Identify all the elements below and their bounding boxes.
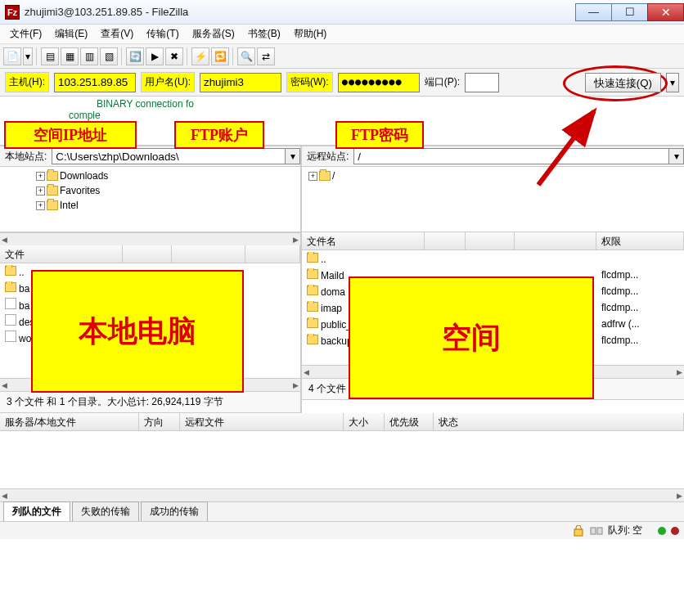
port-label: 端口(P):	[425, 75, 460, 89]
lock-icon	[572, 525, 585, 537]
host-input[interactable]	[54, 73, 136, 92]
toolbar-separator	[232, 47, 234, 65]
folder-icon	[47, 171, 58, 181]
host-label: 主机(H):	[5, 72, 49, 92]
refresh-icon[interactable]: 🔄	[126, 47, 144, 65]
folder-icon	[47, 186, 58, 196]
port-input[interactable]	[465, 73, 499, 92]
title-bar: Fz zhujimi3@103.251.89.85 - FileZilla — …	[0, 0, 684, 25]
folder-icon	[319, 171, 331, 181]
maximize-button[interactable]: ☐	[611, 3, 648, 21]
minimize-button[interactable]: —	[575, 3, 612, 21]
svg-rect-2	[574, 529, 583, 536]
queue-header: 服务器/本地文件 方向 远程文件 大小 优先级 状态	[0, 413, 684, 431]
menu-help[interactable]: 帮助(H)	[287, 25, 334, 43]
file-icon	[5, 314, 16, 326]
toolbar-separator	[36, 47, 38, 65]
site-dropdown-icon[interactable]: ▾	[23, 47, 33, 65]
window-title: zhujimi3@103.251.89.85 - FileZilla	[25, 6, 188, 18]
status-dot	[658, 527, 666, 535]
site-manager-icon[interactable]: 📄	[3, 47, 21, 65]
menu-edit[interactable]: 编辑(E)	[48, 25, 94, 43]
toggle-tree-icon[interactable]: ▦	[61, 47, 79, 65]
status-bar: 队列: 空	[0, 521, 684, 539]
annotation-local: 本地电脑	[31, 270, 244, 393]
remote-site-input[interactable]	[353, 148, 669, 164]
toolbar-separator	[121, 47, 123, 65]
password-input[interactable]: ●●●●●●●●●	[338, 73, 420, 92]
menu-server[interactable]: 服务器(S)	[186, 25, 241, 43]
annotation-ftp-user: FTP账户	[174, 121, 264, 149]
local-site-input[interactable]	[52, 148, 286, 164]
local-summary: 3 个文件 和 1 个目录。大小总计: 26,924,119 字节	[0, 391, 300, 413]
remote-tree[interactable]: +/	[302, 167, 684, 232]
menu-file[interactable]: 文件(F)	[3, 25, 48, 43]
compare-icon[interactable]: ⇄	[257, 47, 275, 65]
annotation-remote: 空间	[349, 277, 594, 399]
toggle-log-icon[interactable]: ▤	[41, 47, 59, 65]
archive-icon	[5, 298, 16, 309]
cancel-icon[interactable]: ✖	[165, 47, 183, 65]
quickconnect-dropdown[interactable]: ▾	[666, 73, 679, 92]
folder-icon	[47, 200, 58, 210]
toolbar: 📄 ▾ ▤ ▦ ▥ ▧ 🔄 ▶ ✖ ⚡ 🔁 🔍 ⇄	[0, 44, 684, 69]
menu-transfer[interactable]: 传输(T)	[140, 25, 185, 43]
filezilla-icon: Fz	[5, 5, 20, 20]
tab-queued[interactable]: 列队的文件	[3, 501, 70, 521]
local-tree[interactable]: +Downloads +Favorites +Intel	[0, 167, 300, 232]
annotation-ip: 空间IP地址	[4, 121, 137, 149]
local-site-dropdown[interactable]: ▾	[286, 148, 300, 164]
menu-bar: 文件(F) 编辑(E) 查看(V) 传输(T) 服务器(S) 书签(B) 帮助(…	[0, 25, 684, 44]
disconnect-icon[interactable]: ⚡	[191, 47, 209, 65]
filter-icon[interactable]: 🔍	[237, 47, 255, 65]
username-input[interactable]	[200, 73, 281, 92]
close-button[interactable]: ✕	[647, 3, 684, 21]
reconnect-icon[interactable]: 🔁	[211, 47, 229, 65]
archive-icon	[5, 330, 16, 342]
queue-status: 队列: 空	[608, 524, 643, 537]
bottom-tabs: 列队的文件 失败的传输 成功的传输	[0, 501, 684, 521]
toolbar-separator	[187, 47, 188, 65]
status-dot	[671, 527, 679, 535]
svg-rect-4	[597, 528, 602, 534]
tab-failed[interactable]: 失败的传输	[72, 501, 139, 521]
tab-success[interactable]: 成功的传输	[141, 501, 208, 521]
remote-site-label: 远程站点:	[302, 150, 353, 164]
local-list-header: 文件	[0, 245, 300, 263]
quickconnect-button[interactable]: 快速连接(Q)	[585, 73, 661, 92]
remote-site-dropdown[interactable]: ▾	[669, 148, 684, 164]
menu-view[interactable]: 查看(V)	[94, 25, 140, 43]
local-tree-scrollbar[interactable]: ◀▶	[0, 232, 300, 245]
annotation-ftp-pass: FTP密码	[335, 121, 424, 149]
remote-list-header: 文件名 权限	[302, 232, 684, 250]
quickconnect-bar: 主机(H): 用户名(U): 密码(W): ●●●●●●●●● 端口(P): 快…	[0, 69, 684, 97]
log-line-1: BINARY connection focomple	[97, 98, 194, 121]
menu-bookmarks[interactable]: 书签(B)	[241, 25, 287, 43]
toggle-remote-icon[interactable]: ▧	[100, 47, 118, 65]
local-site-label: 本地站点:	[0, 150, 52, 164]
svg-rect-3	[591, 528, 596, 534]
queue-body[interactable]	[0, 431, 684, 488]
toggle-queue-icon[interactable]: ▥	[80, 47, 98, 65]
password-label: 密码(W):	[286, 72, 333, 92]
process-queue-icon[interactable]: ▶	[146, 47, 164, 65]
username-label: 用户名(U):	[141, 72, 195, 92]
network-icon	[590, 525, 603, 537]
queue-scrollbar[interactable]: ◀▶	[0, 488, 684, 501]
